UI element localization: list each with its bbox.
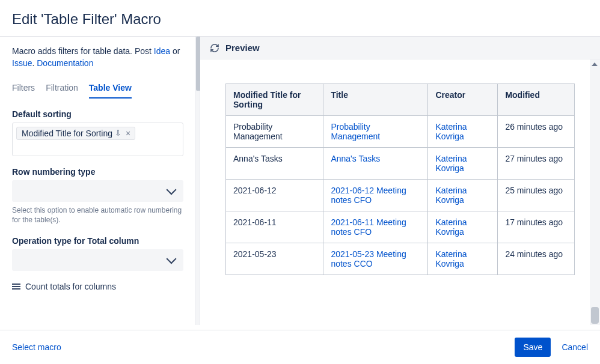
save-button[interactable]: Save — [515, 338, 551, 357]
title-link[interactable]: 2021-05-23 Meeting notes CCO — [331, 249, 406, 268]
cell-modified: 27 minutes ago — [498, 148, 575, 180]
creator-link[interactable]: Katerina Kovriga — [435, 186, 467, 205]
label-row-numbering: Row numbering type — [12, 167, 183, 177]
creator-link[interactable]: Katerina Kovriga — [435, 122, 467, 141]
cell-creator: Katerina Kovriga — [428, 243, 498, 275]
table-header-row: Modified Title for Sorting Title Creator… — [226, 84, 575, 116]
cell-title: 2021-06-11 Meeting notes CFO — [323, 211, 428, 243]
preview-scrollbar[interactable] — [590, 59, 600, 325]
preview-title: Preview — [225, 43, 260, 53]
dialog-title: Edit 'Table Filter' Macro — [12, 11, 588, 28]
table-row: Probability ManagementProbability Manage… — [226, 116, 575, 148]
col-modified[interactable]: Modified — [498, 84, 575, 116]
link-documentation[interactable]: Documentation — [37, 58, 93, 68]
creator-link[interactable]: Katerina Kovriga — [435, 249, 467, 268]
section-operation-type: Operation type for Total column — [12, 236, 183, 271]
table-row: Anna's TasksAnna's TasksKaterina Kovriga… — [226, 148, 575, 180]
cell-creator: Katerina Kovriga — [428, 148, 498, 180]
tab-filtration[interactable]: Filtration — [46, 79, 78, 99]
preview-body: Modified Title for Sorting Title Creator… — [200, 59, 600, 325]
col-creator[interactable]: Creator — [428, 84, 498, 116]
sort-chip[interactable]: Modified Title for Sorting ⇩ × — [16, 127, 135, 140]
cell-title: 2021-06-12 Meeting notes CFO — [323, 180, 428, 211]
label-default-sorting: Default sorting — [12, 109, 183, 119]
cell-modified: 26 minutes ago — [498, 116, 575, 148]
title-link[interactable]: Probability Management — [331, 122, 380, 141]
tab-filters[interactable]: Filters — [12, 79, 35, 99]
creator-link[interactable]: Katerina Kovriga — [435, 217, 467, 237]
section-default-sorting: Default sorting Modified Title for Sorti… — [12, 109, 183, 156]
cell-modified-title-sorting: Probability Management — [226, 116, 323, 148]
config-panel: Macro adds filters for table data. Post … — [0, 37, 195, 325]
table-row: 2021-05-232021-05-23 Meeting notes CCOKa… — [226, 243, 575, 275]
cell-modified-title-sorting: 2021-06-11 — [226, 211, 323, 243]
sort-direction-icon: ⇩ — [115, 129, 121, 138]
link-issue[interactable]: Issue — [12, 58, 32, 68]
cell-title: Anna's Tasks — [323, 148, 428, 180]
tabs: Filters Filtration Table View — [12, 79, 183, 99]
dialog-footer: Select macro Save Cancel — [0, 330, 600, 364]
label-operation-type: Operation type for Total column — [12, 236, 183, 246]
footer-actions: Save Cancel — [515, 338, 588, 357]
default-sorting-input[interactable]: Modified Title for Sorting ⇩ × — [12, 123, 183, 156]
cancel-button[interactable]: Cancel — [562, 342, 588, 352]
scrollbar-thumb[interactable] — [591, 307, 599, 324]
cell-modified-title-sorting: 2021-05-23 — [226, 243, 323, 275]
panel-resizer[interactable] — [195, 37, 200, 325]
col-modified-title-sorting[interactable]: Modified Title for Sorting — [226, 84, 323, 116]
cell-modified: 24 minutes ago — [498, 243, 575, 275]
operation-type-select[interactable] — [12, 249, 183, 271]
creator-link[interactable]: Katerina Kovriga — [435, 154, 467, 173]
cell-modified: 25 minutes ago — [498, 180, 575, 211]
dialog-body: Macro adds filters for table data. Post … — [0, 37, 600, 325]
select-macro-link[interactable]: Select macro — [12, 342, 61, 352]
count-totals-row[interactable]: Count totals for columns — [12, 282, 183, 291]
title-link[interactable]: 2021-06-11 Meeting notes CFO — [331, 217, 406, 237]
scrollbar-up-icon[interactable] — [592, 62, 598, 66]
cell-modified: 17 minutes ago — [498, 211, 575, 243]
section-row-numbering: Row numbering type Select this option to… — [12, 167, 183, 226]
row-numbering-help: Select this option to enable automatic r… — [12, 205, 183, 226]
cell-title: 2021-05-23 Meeting notes CCO — [323, 243, 428, 275]
preview-panel: Preview Modified Title for Sorting Title… — [200, 37, 600, 325]
sort-chip-remove-icon[interactable]: × — [124, 129, 132, 138]
preview-header: Preview — [200, 37, 600, 59]
sort-chip-text: Modified Title for Sorting — [22, 129, 112, 138]
title-link[interactable]: 2021-06-12 Meeting notes CFO — [331, 186, 406, 205]
cell-modified-title-sorting: 2021-06-12 — [226, 180, 323, 211]
table-row: 2021-06-122021-06-12 Meeting notes CFOKa… — [226, 180, 575, 211]
list-icon — [12, 284, 20, 290]
title-link[interactable]: Anna's Tasks — [331, 154, 380, 163]
cell-creator: Katerina Kovriga — [428, 116, 498, 148]
table-row: 2021-06-112021-06-11 Meeting notes CFOKa… — [226, 211, 575, 243]
tab-table-view[interactable]: Table View — [89, 79, 132, 99]
link-idea[interactable]: Idea — [154, 46, 170, 56]
intro-prefix: Macro adds filters for table data. Post — [12, 46, 154, 56]
intro-mid1: or — [170, 46, 180, 56]
refresh-icon[interactable] — [210, 43, 219, 53]
dialog-header: Edit 'Table Filter' Macro — [0, 0, 600, 37]
cell-modified-title-sorting: Anna's Tasks — [226, 148, 323, 180]
col-title[interactable]: Title — [323, 84, 428, 116]
cell-title: Probability Management — [323, 116, 428, 148]
count-totals-label: Count totals for columns — [25, 282, 116, 291]
intro-text: Macro adds filters for table data. Post … — [12, 45, 183, 70]
cell-creator: Katerina Kovriga — [428, 180, 498, 211]
cell-creator: Katerina Kovriga — [428, 211, 498, 243]
preview-table: Modified Title for Sorting Title Creator… — [225, 83, 575, 275]
row-numbering-select[interactable] — [12, 180, 183, 202]
